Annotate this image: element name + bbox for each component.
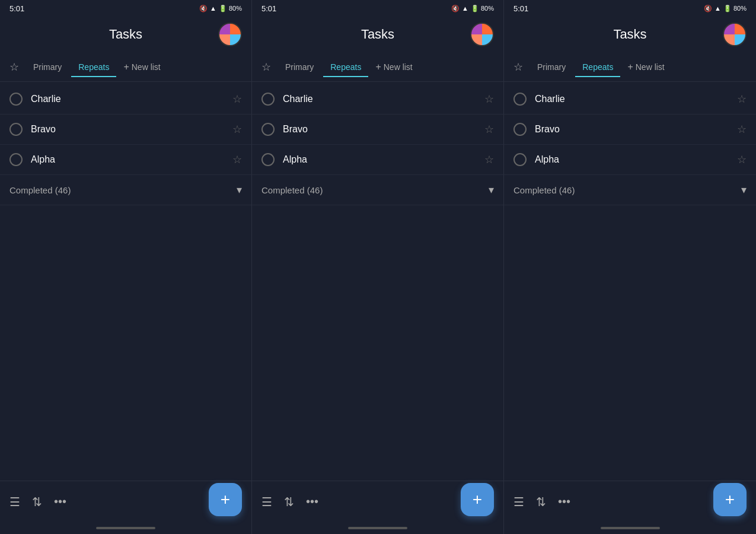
status-bar: 5:01 🔇 ▲ 🔋 80% bbox=[252, 0, 503, 17]
reorder-icon[interactable]: ⇅ bbox=[284, 495, 294, 509]
more-options-icon[interactable]: ••• bbox=[306, 495, 318, 508]
user-avatar[interactable] bbox=[218, 23, 242, 46]
tab-new-list[interactable]: +New list bbox=[371, 57, 417, 77]
task-checkbox-bravo[interactable] bbox=[513, 123, 527, 136]
task-checkbox-bravo[interactable] bbox=[9, 123, 23, 136]
phone-panel-1: 5:01 🔇 ▲ 🔋 80% Tasks ☆PrimaryRepeats+New… bbox=[0, 0, 252, 534]
task-name-charlie: Charlie bbox=[31, 94, 224, 104]
task-name-alpha: Alpha bbox=[31, 154, 224, 165]
task-list: Charlie ☆ Bravo ☆ Alpha ☆ Completed (46)… bbox=[0, 82, 251, 284]
plus-icon: + bbox=[627, 62, 633, 72]
add-task-button[interactable]: + bbox=[713, 483, 747, 516]
more-options-icon[interactable]: ••• bbox=[54, 495, 66, 508]
task-checkbox-bravo[interactable] bbox=[261, 123, 275, 136]
task-checkbox-alpha[interactable] bbox=[261, 153, 275, 166]
phone-panel-3: 5:01 🔇 ▲ 🔋 80% Tasks ☆PrimaryRepeats+New… bbox=[504, 0, 756, 534]
bottom-toolbar: ☰ ⇅ ••• + bbox=[504, 481, 756, 522]
task-item-alpha: Alpha ☆ bbox=[0, 145, 251, 175]
home-indicator bbox=[252, 522, 503, 534]
wifi-icon: ▲ bbox=[210, 5, 216, 12]
task-item-alpha: Alpha ☆ bbox=[504, 145, 756, 175]
task-checkbox-charlie[interactable] bbox=[261, 93, 275, 106]
status-icons: 🔇 ▲ 🔋 80% bbox=[199, 5, 242, 12]
task-checkbox-charlie[interactable] bbox=[9, 93, 23, 106]
home-indicator bbox=[504, 522, 756, 534]
status-time: 5:01 bbox=[513, 4, 528, 13]
task-item-bravo: Bravo ☆ bbox=[252, 115, 503, 145]
task-item-alpha: Alpha ☆ bbox=[252, 145, 503, 175]
task-star-bravo[interactable]: ☆ bbox=[737, 123, 747, 136]
chevron-down-icon: ▾ bbox=[741, 183, 747, 196]
task-star-charlie[interactable]: ☆ bbox=[737, 93, 747, 106]
status-time: 5:01 bbox=[9, 4, 24, 13]
task-star-bravo[interactable]: ☆ bbox=[232, 123, 242, 136]
tab-new-list-label: New list bbox=[384, 62, 413, 72]
task-item-bravo: Bravo ☆ bbox=[0, 115, 251, 145]
task-checkbox-charlie[interactable] bbox=[513, 93, 527, 106]
tab-new-list-label: New list bbox=[636, 62, 665, 72]
status-icons: 🔇 ▲ 🔋 80% bbox=[451, 5, 494, 12]
add-task-button[interactable]: + bbox=[209, 483, 242, 516]
tab-repeats[interactable]: Repeats bbox=[71, 58, 116, 77]
task-star-alpha[interactable]: ☆ bbox=[737, 153, 747, 166]
task-star-charlie[interactable]: ☆ bbox=[484, 93, 494, 106]
add-task-button[interactable]: + bbox=[461, 483, 494, 516]
completed-row[interactable]: Completed (46) ▾ bbox=[0, 175, 251, 205]
user-avatar[interactable] bbox=[470, 23, 494, 46]
sort-list-icon[interactable]: ☰ bbox=[9, 495, 20, 509]
task-star-bravo[interactable]: ☆ bbox=[484, 123, 494, 136]
task-name-charlie: Charlie bbox=[535, 94, 729, 104]
task-star-alpha[interactable]: ☆ bbox=[484, 153, 494, 166]
task-list: Charlie ☆ Bravo ☆ Alpha ☆ Completed (46)… bbox=[504, 82, 756, 284]
task-item-charlie: Charlie ☆ bbox=[504, 84, 756, 115]
toolbar-icons: ☰ ⇅ ••• bbox=[9, 495, 66, 509]
completed-row[interactable]: Completed (46) ▾ bbox=[252, 175, 503, 205]
task-name-alpha: Alpha bbox=[535, 154, 729, 165]
more-options-icon[interactable]: ••• bbox=[558, 495, 570, 508]
bottom-toolbar: ☰ ⇅ ••• + bbox=[252, 481, 503, 522]
task-checkbox-alpha[interactable] bbox=[9, 153, 23, 166]
completed-label: Completed (46) bbox=[9, 185, 71, 195]
tab-new-list[interactable]: +New list bbox=[623, 57, 669, 77]
tab-starred[interactable]: ☆ bbox=[5, 56, 24, 78]
tab-bar: ☆PrimaryRepeats+New list bbox=[252, 52, 503, 82]
reorder-icon[interactable]: ⇅ bbox=[32, 495, 42, 509]
tab-primary[interactable]: Primary bbox=[530, 58, 573, 77]
tab-new-list-label: New list bbox=[132, 62, 161, 72]
sort-list-icon[interactable]: ☰ bbox=[513, 495, 524, 509]
app-title: Tasks bbox=[613, 27, 646, 42]
tab-new-list[interactable]: +New list bbox=[119, 57, 165, 77]
task-name-charlie: Charlie bbox=[283, 94, 476, 104]
battery-icon: 🔋 80% bbox=[219, 5, 242, 12]
mute-icon: 🔇 bbox=[704, 5, 712, 12]
home-indicator bbox=[0, 522, 251, 534]
user-avatar[interactable] bbox=[723, 23, 747, 46]
wifi-icon: ▲ bbox=[462, 5, 468, 12]
tab-starred[interactable]: ☆ bbox=[257, 56, 276, 78]
plus-icon: + bbox=[123, 62, 129, 72]
status-icons: 🔇 ▲ 🔋 80% bbox=[704, 5, 747, 12]
completed-row[interactable]: Completed (46) ▾ bbox=[504, 175, 756, 205]
toolbar-icons: ☰ ⇅ ••• bbox=[261, 495, 318, 509]
task-checkbox-alpha[interactable] bbox=[513, 153, 527, 166]
tab-repeats[interactable]: Repeats bbox=[575, 58, 620, 77]
mute-icon: 🔇 bbox=[199, 5, 208, 12]
home-bar bbox=[601, 527, 660, 529]
completed-label: Completed (46) bbox=[261, 185, 323, 195]
task-list: Charlie ☆ Bravo ☆ Alpha ☆ Completed (46)… bbox=[252, 82, 503, 284]
home-bar bbox=[96, 527, 155, 529]
app-title: Tasks bbox=[109, 27, 142, 42]
tab-primary[interactable]: Primary bbox=[278, 58, 321, 77]
status-time: 5:01 bbox=[261, 4, 276, 13]
phone-panel-2: 5:01 🔇 ▲ 🔋 80% Tasks ☆PrimaryRepeats+New… bbox=[252, 0, 504, 534]
tab-starred[interactable]: ☆ bbox=[509, 56, 528, 78]
tab-repeats[interactable]: Repeats bbox=[323, 58, 368, 77]
reorder-icon[interactable]: ⇅ bbox=[536, 495, 546, 509]
mute-icon: 🔇 bbox=[451, 5, 460, 12]
task-star-alpha[interactable]: ☆ bbox=[232, 153, 242, 166]
sort-list-icon[interactable]: ☰ bbox=[261, 495, 272, 509]
task-name-bravo: Bravo bbox=[535, 124, 729, 135]
task-item-charlie: Charlie ☆ bbox=[0, 84, 251, 115]
task-star-charlie[interactable]: ☆ bbox=[232, 93, 242, 106]
tab-primary[interactable]: Primary bbox=[26, 58, 69, 77]
